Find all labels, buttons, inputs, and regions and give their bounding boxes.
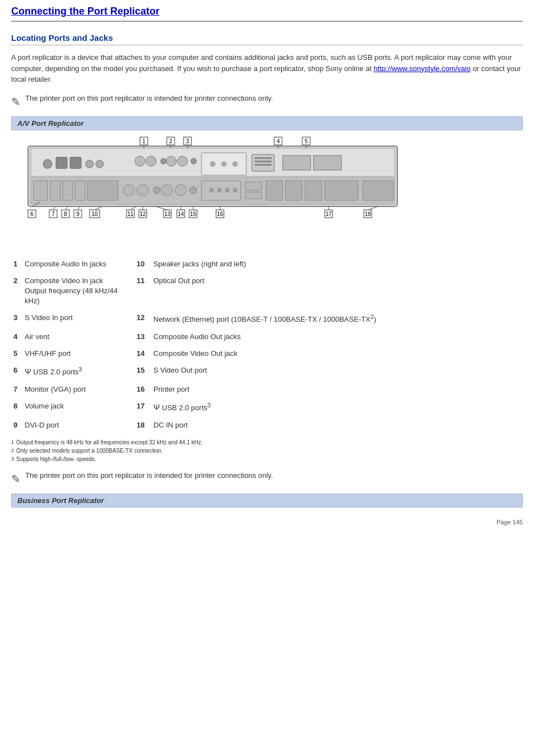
svg-rect-54 bbox=[305, 181, 322, 200]
note-icon-1: ✎ bbox=[11, 95, 21, 109]
port-num-right: 16 bbox=[134, 381, 151, 398]
footnote-text: Supports high-/full-/low- speeds. bbox=[16, 456, 96, 462]
port-row: 3S Video In port12Network (Ethernet) por… bbox=[11, 309, 523, 328]
footnote-item: 2 Only selected models support a 1000BAS… bbox=[11, 448, 523, 454]
ports-table: 1Composite Audio In jacks10Speaker jacks… bbox=[11, 256, 523, 434]
svg-point-25 bbox=[210, 161, 216, 167]
svg-rect-34 bbox=[34, 181, 48, 200]
svg-rect-53 bbox=[285, 181, 302, 200]
footnote-item: 3 Supports high-/full-/low- speeds. bbox=[11, 456, 523, 462]
svg-rect-50 bbox=[245, 182, 262, 190]
port-num-left: 1 bbox=[11, 256, 22, 273]
svg-point-27 bbox=[232, 161, 238, 167]
port-num-right: 18 bbox=[134, 417, 151, 434]
svg-text:16: 16 bbox=[217, 211, 223, 217]
note-text-2: The printer port on this port replicator… bbox=[25, 471, 273, 480]
svg-rect-55 bbox=[325, 181, 358, 200]
port-num-left: 5 bbox=[11, 345, 22, 362]
svg-text:17: 17 bbox=[325, 211, 332, 217]
svg-rect-28 bbox=[252, 154, 274, 171]
footnote-mark: 2 bbox=[11, 448, 14, 454]
svg-rect-33 bbox=[313, 156, 341, 170]
svg-rect-37 bbox=[75, 181, 85, 200]
svg-rect-35 bbox=[50, 181, 60, 200]
port-desc-left: Composite Video In jackOutput frequency … bbox=[22, 273, 134, 310]
port-desc-left: Air vent bbox=[22, 328, 134, 345]
port-desc-right: Optical Out port bbox=[151, 273, 523, 310]
svg-rect-32 bbox=[283, 156, 311, 170]
footnote-text: Output frequency is 48 kHz for all frequ… bbox=[16, 439, 203, 445]
svg-point-13 bbox=[43, 159, 52, 168]
svg-point-41 bbox=[153, 187, 160, 194]
svg-rect-52 bbox=[266, 181, 283, 200]
svg-text:11: 11 bbox=[127, 211, 134, 217]
page-title: Connecting the Port Replicator bbox=[11, 6, 523, 17]
port-desc-left: DVI-D port bbox=[22, 417, 134, 434]
svg-text:1: 1 bbox=[142, 138, 146, 144]
port-num-right: 10 bbox=[134, 256, 151, 273]
port-desc-right: Composite Audio Out jacks bbox=[151, 328, 523, 345]
port-num-left: 3 bbox=[11, 309, 22, 328]
port-desc-right: Ψ USB 2.0 ports3 bbox=[151, 398, 523, 417]
port-row: 6Ψ USB 2.0 ports315S Video Out port bbox=[11, 362, 523, 381]
svg-rect-15 bbox=[70, 157, 81, 168]
port-desc-left: VHF/UHF port bbox=[22, 345, 134, 362]
port-desc-left: Volume jack bbox=[22, 398, 134, 417]
port-desc-left: S Video In port bbox=[22, 309, 134, 328]
svg-rect-14 bbox=[56, 157, 67, 168]
port-num-left: 8 bbox=[11, 398, 22, 417]
svg-rect-38 bbox=[87, 181, 118, 200]
footnote-text: Only selected models support a 1000BASE-… bbox=[16, 448, 163, 454]
svg-point-23 bbox=[191, 158, 196, 164]
section-title: Locating Ports and Jacks bbox=[11, 33, 523, 43]
svg-point-40 bbox=[137, 185, 148, 196]
port-row: 4Air vent13Composite Audio Out jacks bbox=[11, 328, 523, 345]
port-replicator-diagram: 1 2 3 4 5 bbox=[17, 136, 409, 248]
svg-text:4: 4 bbox=[277, 138, 280, 144]
diagram-area: 1 2 3 4 5 bbox=[11, 136, 523, 248]
svg-point-48 bbox=[225, 188, 229, 192]
svg-text:5: 5 bbox=[305, 138, 308, 144]
svg-point-47 bbox=[217, 188, 222, 192]
svg-point-44 bbox=[190, 187, 196, 194]
svg-rect-29 bbox=[255, 157, 271, 159]
svg-rect-56 bbox=[363, 181, 394, 200]
svg-rect-51 bbox=[245, 192, 262, 199]
port-row: 7Monitor (VGA) port16Printer port bbox=[11, 381, 523, 398]
svg-text:14: 14 bbox=[177, 211, 184, 217]
svg-text:12: 12 bbox=[139, 211, 146, 217]
svg-point-26 bbox=[221, 161, 227, 167]
svg-rect-36 bbox=[63, 181, 73, 200]
sony-link[interactable]: http://www.sonystyle.com/vaio bbox=[374, 64, 471, 73]
note-icon-2: ✎ bbox=[11, 472, 21, 486]
port-desc-right: Composite Video Out jack bbox=[151, 345, 523, 362]
svg-text:10: 10 bbox=[91, 211, 98, 217]
port-desc-right: Speaker jacks (right and left) bbox=[151, 256, 523, 273]
port-num-right: 11 bbox=[134, 273, 151, 310]
svg-point-39 bbox=[123, 185, 134, 196]
port-num-left: 6 bbox=[11, 362, 22, 381]
port-row: 9DVI-D port18DC IN port bbox=[11, 417, 523, 434]
port-row: 5VHF/UHF port14Composite Video Out jack bbox=[11, 345, 523, 362]
business-port-replicator-header: Business Port Replicator bbox=[11, 494, 523, 508]
note-box-2: ✎ The printer port on this port replicat… bbox=[11, 471, 523, 486]
port-num-right: 17 bbox=[134, 398, 151, 417]
svg-text:3: 3 bbox=[186, 138, 189, 144]
port-desc-left: Monitor (VGA) port bbox=[22, 381, 134, 398]
page-number: Page 145 bbox=[11, 519, 523, 525]
footnote-item: 1 Output frequency is 48 kHz for all fre… bbox=[11, 439, 523, 445]
section-divider bbox=[11, 45, 523, 45]
port-num-right: 13 bbox=[134, 328, 151, 345]
title-divider bbox=[11, 21, 523, 22]
svg-text:9: 9 bbox=[76, 211, 79, 217]
svg-rect-31 bbox=[255, 164, 271, 166]
svg-point-43 bbox=[175, 185, 186, 196]
port-desc-right: Printer port bbox=[151, 381, 523, 398]
port-desc-right: S Video Out port bbox=[151, 362, 523, 381]
av-port-replicator-header: A/V Port Replicator bbox=[11, 116, 523, 130]
svg-text:6: 6 bbox=[30, 211, 34, 217]
svg-point-17 bbox=[96, 160, 104, 168]
port-desc-left: Ψ USB 2.0 ports3 bbox=[22, 362, 134, 381]
svg-point-42 bbox=[161, 185, 172, 196]
svg-point-19 bbox=[146, 156, 156, 166]
